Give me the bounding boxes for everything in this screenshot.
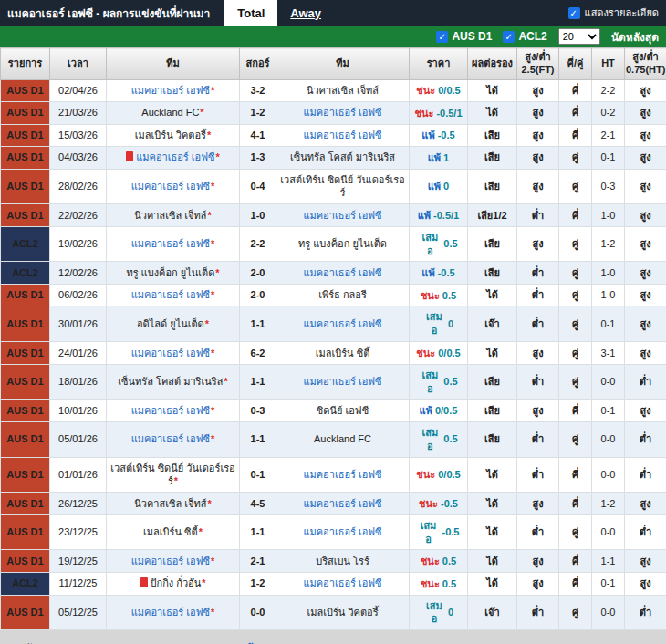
league-badge: AUS D1 (1, 457, 50, 493)
over-under-ft: ต่ำ (517, 457, 559, 493)
league-filter-label: AUS D1 (452, 30, 492, 43)
over-under-ft: สูง (517, 572, 559, 595)
match-score: 4-1 (240, 124, 276, 147)
over-under-ht: ต่ำ (625, 595, 666, 630)
match-date: 21/03/26 (50, 102, 107, 125)
tab-away[interactable]: Away (277, 0, 334, 26)
column-header: รายการ (1, 48, 50, 80)
match-row: AUS D105/12/25แมคอาเธอร์ เอฟซี*0-0เมลเบิ… (1, 595, 666, 630)
over-under-ht: สูง (625, 79, 666, 102)
checkbox-checked-icon[interactable] (436, 31, 448, 43)
tab-total[interactable]: Total (224, 0, 277, 26)
half-time-score: 2-2 (592, 79, 625, 102)
league-badge: AUS D1 (1, 514, 50, 550)
home-team-cell: แมคอาเธอร์ เอฟซี* (107, 550, 240, 573)
over-under-ht: สูง (625, 342, 666, 365)
away-team-name: แมคอาเธอร์ เอฟซี (303, 107, 381, 118)
league-badge: AUS D1 (1, 306, 50, 342)
over-under-ft: สูง (517, 342, 559, 365)
header-bar: แมคอาเธอร์ เอฟซี - ผลการแข่งขันที่ผ่านมา… (0, 0, 666, 26)
home-team-cell: Auckland FC* (107, 102, 240, 125)
league-filter-acl2[interactable]: ACL2 (503, 30, 546, 43)
table-header: รายการเวลาทีมสกอร์ทีมราคาผลต่อรองสูง/ต่ำ… (1, 48, 666, 80)
match-date: 10/01/26 (50, 400, 107, 422)
odd-even: คู่ (559, 169, 592, 204)
over-under-ft: สูง (517, 493, 559, 515)
match-score: 6-2 (240, 342, 276, 365)
away-team-cell: แมคอาเธอร์ เอฟซี (276, 124, 410, 147)
away-team-cell: แมคอาเธอร์ เอฟซี (276, 204, 410, 227)
checkbox-checked-icon[interactable] (503, 31, 515, 43)
away-team-cell: แมคอาเธอร์ เอฟซี (276, 493, 410, 515)
away-team-name: ซิดนีย์ เอฟซี (317, 405, 369, 416)
page-title: แมคอาเธอร์ เอฟซี - ผลการแข่งขันที่ผ่านมา (7, 5, 210, 22)
home-marker: * (199, 526, 203, 537)
odd-even: คู่ (559, 342, 592, 365)
home-team-name: แมคอาเธอร์ เอฟซี (131, 607, 210, 618)
price-cell: ชนะ-0.5/1 (410, 102, 468, 125)
over-under-ht: สูง (625, 400, 666, 422)
match-row: AUS D126/12/25นิวคาสเซิล เจ็ทส์*4-5แมคอา… (1, 493, 666, 515)
over-under-ft: ต่ำ (517, 514, 559, 550)
home-team-cell: แมคอาเธอร์ เอฟซี* (107, 284, 240, 306)
match-date: 19/12/25 (50, 550, 107, 573)
league-filter-aus-d1[interactable]: AUS D1 (436, 30, 492, 43)
match-result: ชนะ (416, 468, 435, 482)
league-badge: AUS D1 (1, 169, 50, 204)
over-under-ft: สูง (517, 226, 559, 262)
over-under-ft: ต่ำ (517, 204, 559, 227)
home-marker: * (211, 289, 214, 300)
price-cell: เสมอ-0.5 (410, 514, 468, 550)
home-team-name: นิวคาสเซิล เจ็ทส์ (134, 210, 206, 221)
column-header: ทีม (107, 48, 240, 80)
match-date: 04/03/26 (50, 147, 107, 170)
away-team-name: แมคอาเธอร์ เอฟซี (303, 130, 381, 140)
match-date: 01/01/26 (50, 457, 107, 493)
handicap-line: 0.5 (443, 432, 457, 446)
handicap-line: 0 (443, 180, 449, 193)
over-under-ft: ต่ำ (517, 306, 559, 342)
price-cell: แพ้-0.5 (410, 124, 468, 147)
checkbox-checked-icon[interactable] (568, 7, 580, 19)
home-team-cell: นิวคาสเซิล เจ็ทส์* (107, 204, 240, 227)
match-result: ชนะ (416, 84, 435, 98)
match-result: แพ้ (421, 129, 434, 142)
column-header: ราคา (410, 48, 468, 80)
column-header: สูง/ต่ำ 2.5(FT) (517, 48, 559, 80)
match-row: ACL219/02/26แมคอาเธอร์ เอฟซี*2-2ทรู แบงค… (1, 226, 666, 262)
match-row: AUS D105/01/26แมคอาเธอร์ เอฟซี*1-1Auckla… (1, 421, 666, 457)
column-header: HT (592, 48, 625, 80)
match-count-select[interactable]: 20 (558, 28, 600, 45)
home-marker: * (211, 238, 214, 249)
handicap-line: 0/0.5 (438, 347, 460, 360)
match-result: ชนะ (421, 555, 440, 568)
home-marker: * (211, 433, 214, 444)
away-team-cell: แมคอาเธอร์ เอฟซี (276, 364, 410, 400)
odd-even: คี่ (559, 457, 592, 493)
home-team-name: แมคอาเธอร์ เอฟซี (131, 289, 210, 300)
home-team-name: เมลเบิร์น วิคตอรี้ (135, 130, 206, 140)
home-marker: * (211, 85, 214, 96)
odd-even: คู่ (559, 284, 592, 306)
home-team-name: แมคอาเธอร์ เอฟซี (136, 151, 214, 162)
column-header: สกอร์ (240, 48, 276, 80)
away-team-name: แมคอาเธอร์ เอฟซี (303, 498, 381, 509)
match-result: แพ้ (428, 180, 441, 193)
price-cell: แพ้-0.5 (410, 262, 468, 285)
away-team-name: แมคอาเธอร์ เอฟซี (303, 526, 381, 537)
match-date: 11/12/25 (50, 572, 107, 595)
home-team-cell: แมคอาเธอร์ เอฟซี* (107, 147, 240, 170)
league-badge: AUS D1 (1, 342, 50, 365)
match-score: 2-0 (240, 284, 276, 306)
match-score: 0-0 (240, 595, 276, 630)
match-score: 1-3 (240, 147, 276, 170)
half-time-score: 0-0 (592, 514, 625, 550)
price-cell: เสมอ0.5 (410, 421, 468, 457)
match-row: AUS D104/03/26แมคอาเธอร์ เอฟซี*1-3เซ็นทร… (1, 147, 666, 170)
match-row: AUS D101/01/26เวสต์เทิร์น ซิดนีย์ วันเดอ… (1, 457, 666, 493)
match-result: แพ้ (420, 404, 432, 418)
over-under-ft: สูง (517, 550, 559, 573)
show-detail-toggle[interactable]: แสดงรายละเอียด (568, 5, 659, 21)
odd-even: คู่ (559, 306, 592, 342)
league-badge: AUS D1 (1, 102, 50, 125)
